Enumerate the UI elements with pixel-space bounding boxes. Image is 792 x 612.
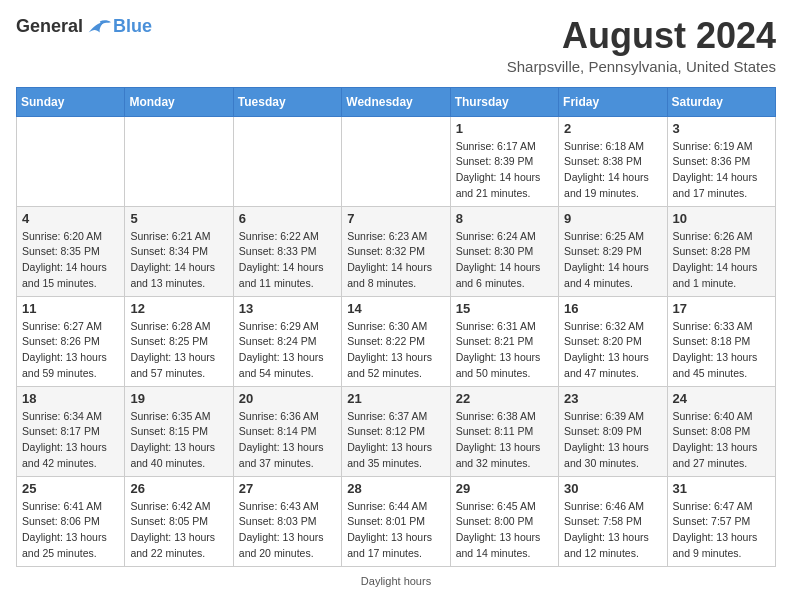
day-info: Sunrise: 6:24 AMSunset: 8:30 PMDaylight:…: [456, 229, 553, 292]
day-info: Sunrise: 6:38 AMSunset: 8:11 PMDaylight:…: [456, 409, 553, 472]
calendar-day-header: Monday: [125, 87, 233, 116]
day-number: 29: [456, 481, 553, 496]
day-number: 6: [239, 211, 336, 226]
location: Sharpsville, Pennsylvania, United States: [507, 58, 776, 75]
day-number: 22: [456, 391, 553, 406]
calendar-cell: 6Sunrise: 6:22 AMSunset: 8:33 PMDaylight…: [233, 206, 341, 296]
day-info: Sunrise: 6:45 AMSunset: 8:00 PMDaylight:…: [456, 499, 553, 562]
day-info: Sunrise: 6:33 AMSunset: 8:18 PMDaylight:…: [673, 319, 770, 382]
calendar-cell: 20Sunrise: 6:36 AMSunset: 8:14 PMDayligh…: [233, 386, 341, 476]
day-info: Sunrise: 6:19 AMSunset: 8:36 PMDaylight:…: [673, 139, 770, 202]
day-number: 23: [564, 391, 661, 406]
day-number: 12: [130, 301, 227, 316]
footer: Daylight hours: [16, 575, 776, 587]
calendar-day-header: Sunday: [17, 87, 125, 116]
calendar-cell: 10Sunrise: 6:26 AMSunset: 8:28 PMDayligh…: [667, 206, 775, 296]
day-number: 9: [564, 211, 661, 226]
day-number: 24: [673, 391, 770, 406]
calendar-cell: 7Sunrise: 6:23 AMSunset: 8:32 PMDaylight…: [342, 206, 450, 296]
calendar-table: SundayMondayTuesdayWednesdayThursdayFrid…: [16, 87, 776, 567]
day-info: Sunrise: 6:26 AMSunset: 8:28 PMDaylight:…: [673, 229, 770, 292]
day-info: Sunrise: 6:35 AMSunset: 8:15 PMDaylight:…: [130, 409, 227, 472]
calendar-cell: 1Sunrise: 6:17 AMSunset: 8:39 PMDaylight…: [450, 116, 558, 206]
calendar-cell: 4Sunrise: 6:20 AMSunset: 8:35 PMDaylight…: [17, 206, 125, 296]
day-number: 2: [564, 121, 661, 136]
calendar-cell: [233, 116, 341, 206]
calendar-cell: 14Sunrise: 6:30 AMSunset: 8:22 PMDayligh…: [342, 296, 450, 386]
day-info: Sunrise: 6:21 AMSunset: 8:34 PMDaylight:…: [130, 229, 227, 292]
day-info: Sunrise: 6:32 AMSunset: 8:20 PMDaylight:…: [564, 319, 661, 382]
logo-bird-icon: [87, 18, 111, 36]
calendar-cell: 29Sunrise: 6:45 AMSunset: 8:00 PMDayligh…: [450, 476, 558, 566]
day-info: Sunrise: 6:17 AMSunset: 8:39 PMDaylight:…: [456, 139, 553, 202]
day-number: 17: [673, 301, 770, 316]
day-number: 3: [673, 121, 770, 136]
logo-general: General: [16, 16, 83, 37]
month-title: August 2024: [507, 16, 776, 56]
day-number: 15: [456, 301, 553, 316]
calendar-cell: 18Sunrise: 6:34 AMSunset: 8:17 PMDayligh…: [17, 386, 125, 476]
day-info: Sunrise: 6:43 AMSunset: 8:03 PMDaylight:…: [239, 499, 336, 562]
calendar-header-row: SundayMondayTuesdayWednesdayThursdayFrid…: [17, 87, 776, 116]
day-info: Sunrise: 6:42 AMSunset: 8:05 PMDaylight:…: [130, 499, 227, 562]
calendar-week-row: 4Sunrise: 6:20 AMSunset: 8:35 PMDaylight…: [17, 206, 776, 296]
day-info: Sunrise: 6:23 AMSunset: 8:32 PMDaylight:…: [347, 229, 444, 292]
day-number: 5: [130, 211, 227, 226]
day-number: 21: [347, 391, 444, 406]
calendar-day-header: Wednesday: [342, 87, 450, 116]
day-number: 27: [239, 481, 336, 496]
day-number: 14: [347, 301, 444, 316]
day-number: 31: [673, 481, 770, 496]
calendar-cell: 11Sunrise: 6:27 AMSunset: 8:26 PMDayligh…: [17, 296, 125, 386]
calendar-cell: 21Sunrise: 6:37 AMSunset: 8:12 PMDayligh…: [342, 386, 450, 476]
day-number: 8: [456, 211, 553, 226]
day-number: 26: [130, 481, 227, 496]
calendar-cell: 9Sunrise: 6:25 AMSunset: 8:29 PMDaylight…: [559, 206, 667, 296]
day-info: Sunrise: 6:47 AMSunset: 7:57 PMDaylight:…: [673, 499, 770, 562]
calendar-cell: [342, 116, 450, 206]
calendar-cell: [125, 116, 233, 206]
calendar-cell: 12Sunrise: 6:28 AMSunset: 8:25 PMDayligh…: [125, 296, 233, 386]
day-info: Sunrise: 6:29 AMSunset: 8:24 PMDaylight:…: [239, 319, 336, 382]
day-info: Sunrise: 6:28 AMSunset: 8:25 PMDaylight:…: [130, 319, 227, 382]
day-number: 18: [22, 391, 119, 406]
calendar-cell: 23Sunrise: 6:39 AMSunset: 8:09 PMDayligh…: [559, 386, 667, 476]
day-info: Sunrise: 6:46 AMSunset: 7:58 PMDaylight:…: [564, 499, 661, 562]
calendar-cell: 16Sunrise: 6:32 AMSunset: 8:20 PMDayligh…: [559, 296, 667, 386]
calendar-week-row: 18Sunrise: 6:34 AMSunset: 8:17 PMDayligh…: [17, 386, 776, 476]
day-info: Sunrise: 6:18 AMSunset: 8:38 PMDaylight:…: [564, 139, 661, 202]
day-info: Sunrise: 6:40 AMSunset: 8:08 PMDaylight:…: [673, 409, 770, 472]
day-number: 10: [673, 211, 770, 226]
calendar-cell: 28Sunrise: 6:44 AMSunset: 8:01 PMDayligh…: [342, 476, 450, 566]
calendar-cell: 25Sunrise: 6:41 AMSunset: 8:06 PMDayligh…: [17, 476, 125, 566]
day-info: Sunrise: 6:34 AMSunset: 8:17 PMDaylight:…: [22, 409, 119, 472]
calendar-cell: 19Sunrise: 6:35 AMSunset: 8:15 PMDayligh…: [125, 386, 233, 476]
calendar-day-header: Tuesday: [233, 87, 341, 116]
calendar-week-row: 11Sunrise: 6:27 AMSunset: 8:26 PMDayligh…: [17, 296, 776, 386]
day-info: Sunrise: 6:22 AMSunset: 8:33 PMDaylight:…: [239, 229, 336, 292]
day-info: Sunrise: 6:27 AMSunset: 8:26 PMDaylight:…: [22, 319, 119, 382]
day-number: 13: [239, 301, 336, 316]
day-info: Sunrise: 6:20 AMSunset: 8:35 PMDaylight:…: [22, 229, 119, 292]
day-info: Sunrise: 6:41 AMSunset: 8:06 PMDaylight:…: [22, 499, 119, 562]
logo-blue: Blue: [113, 16, 152, 37]
day-info: Sunrise: 6:36 AMSunset: 8:14 PMDaylight:…: [239, 409, 336, 472]
calendar-cell: 22Sunrise: 6:38 AMSunset: 8:11 PMDayligh…: [450, 386, 558, 476]
calendar-cell: 31Sunrise: 6:47 AMSunset: 7:57 PMDayligh…: [667, 476, 775, 566]
day-info: Sunrise: 6:31 AMSunset: 8:21 PMDaylight:…: [456, 319, 553, 382]
calendar-cell: 8Sunrise: 6:24 AMSunset: 8:30 PMDaylight…: [450, 206, 558, 296]
calendar-cell: 2Sunrise: 6:18 AMSunset: 8:38 PMDaylight…: [559, 116, 667, 206]
day-number: 28: [347, 481, 444, 496]
day-number: 20: [239, 391, 336, 406]
day-number: 19: [130, 391, 227, 406]
calendar-cell: 30Sunrise: 6:46 AMSunset: 7:58 PMDayligh…: [559, 476, 667, 566]
calendar-cell: 26Sunrise: 6:42 AMSunset: 8:05 PMDayligh…: [125, 476, 233, 566]
day-number: 25: [22, 481, 119, 496]
day-info: Sunrise: 6:39 AMSunset: 8:09 PMDaylight:…: [564, 409, 661, 472]
calendar-cell: 17Sunrise: 6:33 AMSunset: 8:18 PMDayligh…: [667, 296, 775, 386]
day-info: Sunrise: 6:30 AMSunset: 8:22 PMDaylight:…: [347, 319, 444, 382]
day-number: 7: [347, 211, 444, 226]
footer-text: Daylight hours: [361, 575, 431, 587]
day-number: 30: [564, 481, 661, 496]
day-number: 1: [456, 121, 553, 136]
